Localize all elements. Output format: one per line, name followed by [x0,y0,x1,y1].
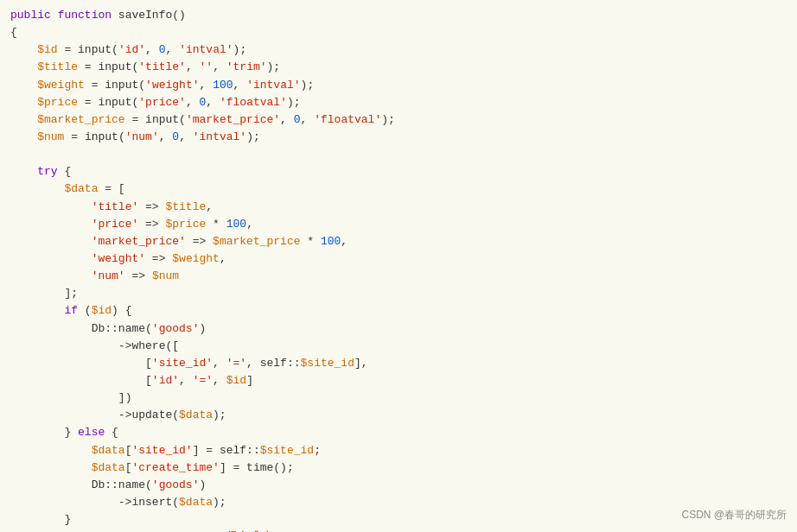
code-line-29: ->insert($data); [10,494,787,511]
code-line-12: 'title' => $title, [10,199,787,216]
code-line-1: public function saveInfo() [10,7,787,24]
code-line-16: 'num' => $num [10,268,787,285]
code-line-20: ->where([ [10,338,787,355]
code-line-10: try { [10,163,787,180]
watermark: CSDN @春哥的研究所 [681,507,787,523]
code-line-3: $id = input('id', 0, 'intval'); [10,41,787,59]
code-line-22: ['id', '=', $id] [10,372,787,390]
code-line-4: $title = input('title', '', 'trim'); [10,59,787,76]
code-line-31: return successJson('', '保存成功'); [10,529,787,532]
code-line-13: 'price' => $price * 100, [10,216,787,233]
code-line-18: if ($id) { [10,302,787,320]
code-line-9 [10,146,787,163]
code-line-27: $data['create_time'] = time(); [10,459,787,477]
code-line-7: $market_price = input('market_price', 0,… [10,111,787,129]
code-line-21: ['site_id', '=', self::$site_id], [10,355,787,372]
code-line-30: } [10,511,787,529]
code-line-25: } else { [10,424,787,441]
code-line-19: Db::name('goods') [10,320,787,338]
code-line-28: Db::name('goods') [10,477,787,494]
code-line-8: $num = input('num', 0, 'intval'); [10,129,787,146]
code-line-15: 'weight' => $weight, [10,250,787,268]
code-container: public function saveInfo() { $id = input… [0,0,797,532]
code-line-2: { [10,24,787,41]
code-line-5: $weight = input('weight', 100, 'intval')… [10,77,787,94]
code-line-11: $data = [ [10,180,787,198]
code-line-14: 'market_price' => $market_price * 100, [10,233,787,250]
code-line-23: ]) [10,390,787,407]
code-line-17: ]; [10,285,787,302]
code-line-24: ->update($data); [10,407,787,424]
code-line-6: $price = input('price', 0, 'floatval'); [10,94,787,111]
code-line-26: $data['site_id'] = self::$site_id; [10,442,787,459]
